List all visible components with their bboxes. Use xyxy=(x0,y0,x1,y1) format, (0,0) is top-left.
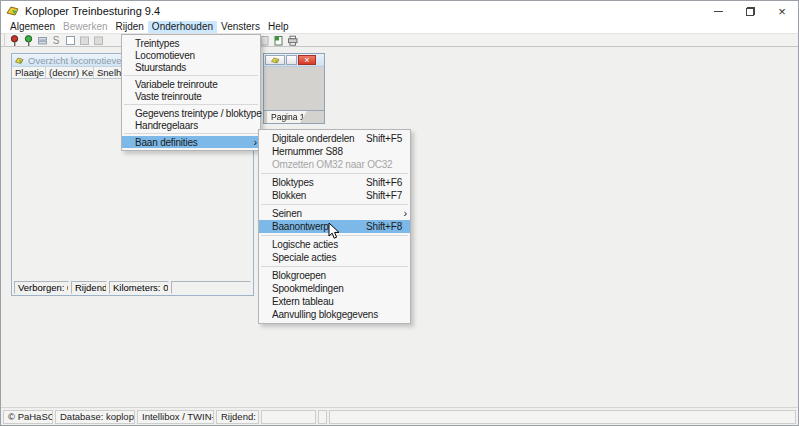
menu-item-seinen[interactable]: Seinen› xyxy=(259,207,410,220)
menu-item-blokgroepen[interactable]: Blokgroepen xyxy=(259,269,410,282)
page-window-menu-button[interactable] xyxy=(265,55,285,65)
menu-separator xyxy=(259,202,410,207)
submenu-arrow-icon: › xyxy=(254,137,257,148)
export-button[interactable] xyxy=(271,34,285,47)
minimize-button[interactable] xyxy=(702,1,734,21)
restore-button[interactable] xyxy=(734,1,766,21)
submenu-arrow-icon: › xyxy=(404,208,407,219)
menu-item-bloktypes[interactable]: BloktypesShift+F6 xyxy=(259,176,410,189)
loco-disabled-button-1 xyxy=(77,34,91,47)
menu-item-digitale-onderdelen[interactable]: Digitale onderdelenShift+F5 xyxy=(259,132,410,145)
column-header-decnr[interactable]: (decnr) Ke... xyxy=(46,67,94,79)
menu-item-extern-tableau[interactable]: Extern tableau xyxy=(259,295,410,308)
loco-disabled-button-2 xyxy=(91,34,105,47)
column-header-plaatje[interactable]: Plaatje xyxy=(12,67,46,79)
toolbar-group-left: S xyxy=(4,34,105,47)
menu-onderhouden[interactable]: Onderhouden xyxy=(148,21,217,33)
close-button[interactable]: × xyxy=(766,1,798,21)
s-button[interactable]: S xyxy=(49,34,63,47)
page-window-titlebar[interactable]: × xyxy=(264,54,324,67)
onderhouden-dropdown-menu: Treintypes Locomotieven Stuurstands Vari… xyxy=(121,34,261,151)
menu-vensters[interactable]: Vensters xyxy=(217,21,264,33)
loco-status-rijdend: Rijdend: - xyxy=(71,281,107,294)
page-window: × Pagina 1 xyxy=(263,53,325,124)
list-button[interactable] xyxy=(35,34,49,47)
loco-window-title: Overzicht locomotieven xyxy=(28,55,127,66)
window-title: Koploper Treinbesturing 9.4 xyxy=(25,5,160,17)
status-empty-1 xyxy=(261,410,316,424)
menu-separator xyxy=(122,73,260,78)
page-window-close-button[interactable]: × xyxy=(298,55,316,65)
signal-red-icon xyxy=(9,35,20,46)
menu-item-baan-definities[interactable]: Baan definities › xyxy=(122,136,260,148)
menubar: Algemeen Bewerken Rijden Onderhouden Ven… xyxy=(1,21,798,33)
close-icon: × xyxy=(778,5,786,18)
signal-red-button[interactable] xyxy=(7,34,21,47)
menu-item-speciale-acties[interactable]: Speciale acties xyxy=(259,251,410,264)
form-button[interactable] xyxy=(63,34,77,47)
list-icon xyxy=(37,35,48,46)
menu-item-omzetten-om32-naar-oc32: Omzetten OM32 naar OC32 xyxy=(259,158,410,171)
menu-item-blokken[interactable]: BlokkenShift+F7 xyxy=(259,189,410,202)
menu-item-aanvulling-blokgegevens[interactable]: Aanvulling blokgegevens xyxy=(259,308,410,321)
page-tabbar: Pagina 1 xyxy=(264,110,324,123)
loco-disabled-icon-1 xyxy=(79,35,90,46)
menu-item-vaste-treinroute[interactable]: Vaste treinroute xyxy=(122,90,260,102)
form-icon xyxy=(65,35,76,46)
menu-separator xyxy=(122,102,260,107)
printer-icon xyxy=(287,35,298,46)
menu-bewerken: Bewerken xyxy=(59,21,111,33)
menu-help[interactable]: Help xyxy=(264,21,293,33)
menu-algemeen[interactable]: Algemeen xyxy=(6,21,59,33)
status-empty-3 xyxy=(329,410,796,424)
menu-item-gegevens-treintype-bloktype[interactable]: Gegevens treintype / bloktype xyxy=(122,107,260,119)
loco-status-kilometers: Kilometers: 0,0 xyxy=(109,281,169,294)
s-icon: S xyxy=(53,34,60,47)
loco-status-empty xyxy=(171,281,251,294)
signal-green-icon xyxy=(23,35,34,46)
status-interface: Intellibox / TWIN-Center xyxy=(137,410,214,424)
menu-item-variabele-treinroute[interactable]: Variabele treinroute xyxy=(122,78,260,90)
signal-green-button[interactable] xyxy=(21,34,35,47)
document-green-icon xyxy=(273,35,284,46)
menu-item-handregelaars[interactable]: Handregelaars xyxy=(122,119,260,131)
status-copyright: © PaHaSOFT xyxy=(3,410,53,424)
page-window-app-icon xyxy=(271,57,280,64)
window-controls: × xyxy=(702,1,798,21)
menu-item-locomotieven[interactable]: Locomotieven xyxy=(122,49,260,61)
loco-disabled-icon-2 xyxy=(93,35,104,46)
menu-item-hernummer-s88[interactable]: Hernummer S88 xyxy=(259,145,410,158)
loco-status-bar: Verborgen: 0 Rijdend: - Kilometers: 0,0 xyxy=(14,281,251,294)
print-button[interactable] xyxy=(285,34,299,47)
menu-separator xyxy=(259,171,410,176)
app-window: Koploper Treinbesturing 9.4 × Algemeen B… xyxy=(0,0,799,426)
menu-separator xyxy=(122,131,260,136)
menu-item-treintypes[interactable]: Treintypes xyxy=(122,37,260,49)
loco-window-icon xyxy=(15,56,24,65)
status-empty-2 xyxy=(318,410,327,424)
menu-separator xyxy=(259,264,410,269)
menu-rijden[interactable]: Rijden xyxy=(112,21,148,33)
status-database: Database: koploperwebsite xyxy=(55,410,135,424)
statusbar: © PaHaSOFT Database: koploperwebsite Int… xyxy=(1,407,798,425)
tab-pagina-1[interactable]: Pagina 1 xyxy=(267,111,307,123)
page-window-close-icon: × xyxy=(304,56,309,65)
restore-icon xyxy=(746,7,755,16)
mouse-cursor xyxy=(328,222,340,240)
menu-item-spookmeldingen[interactable]: Spookmeldingen xyxy=(259,282,410,295)
loco-status-verborgen: Verborgen: 0 xyxy=(14,281,69,294)
status-rijdend: Rijdend: - xyxy=(216,410,259,424)
app-icon xyxy=(6,4,20,18)
titlebar[interactable]: Koploper Treinbesturing 9.4 × xyxy=(1,1,798,21)
minimize-icon xyxy=(714,11,723,12)
menu-item-stuurstands[interactable]: Stuurstands xyxy=(122,61,260,73)
page-window-restore-button[interactable] xyxy=(286,55,297,65)
